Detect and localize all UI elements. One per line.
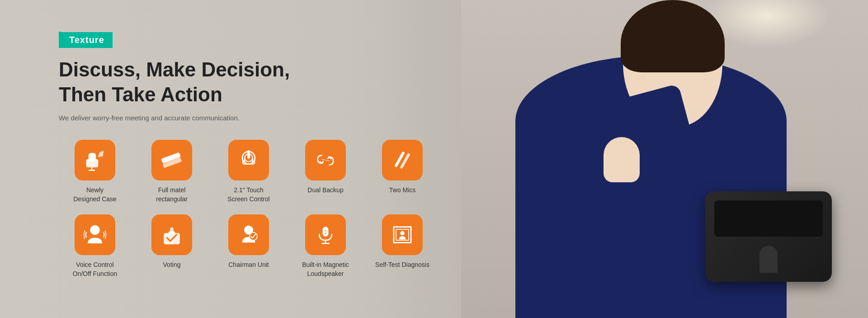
loudspeaker-label: Built-in MagneticLoudspeaker (302, 261, 349, 278)
full-matel-label: Full matelrectangular (156, 186, 188, 204)
newly-designed-case-icon-box (75, 140, 115, 180)
device-mic (760, 246, 778, 273)
touch-screen-icon-box (228, 140, 269, 180)
svg-point-14 (90, 225, 100, 235)
speaker-icon (314, 223, 337, 247)
svg-point-27 (401, 231, 405, 235)
two-mics-icon-box (382, 140, 423, 180)
title-line2: Then Take Action (59, 83, 222, 105)
main-title: Discuss, Make Decision, Then Take Action (59, 57, 466, 107)
self-test-icon-box (382, 214, 423, 255)
rectangle-icon (160, 148, 184, 172)
feature-voting: Voting (136, 214, 208, 278)
feature-touch-screen: 2.1" TouchScreen Control (212, 140, 285, 204)
svg-marker-4 (98, 151, 104, 157)
svg-point-24 (325, 233, 326, 234)
texture-badge: Texture (59, 32, 113, 48)
dual-backup-icon-box (305, 140, 346, 180)
newly-designed-case-label: NewlyDesigned Case (73, 186, 117, 204)
title-line1: Discuss, Make Decision, (59, 58, 290, 81)
voice-control-icon-box (75, 214, 115, 255)
device-screen (714, 200, 823, 237)
feature-newly-designed-case: NewlyDesigned Case (59, 140, 131, 204)
selftest-icon (391, 223, 414, 247)
feature-full-matel-rectangular: Full matelrectangular (136, 140, 208, 204)
feature-voice-control: Voice ControlOn/Off Function (59, 214, 131, 278)
loudspeaker-icon-box (305, 214, 346, 255)
svg-rect-1 (89, 153, 96, 161)
two-mics-label: Two Mics (389, 186, 415, 195)
case-icon (83, 148, 107, 172)
svg-point-23 (325, 230, 326, 232)
feature-chairman-unit: Chairman Unit (212, 214, 285, 278)
main-content: Texture Discuss, Make Decision, Then Tak… (59, 32, 466, 278)
voting-icon-box (151, 214, 192, 255)
feature-dual-backup: Dual Backup (289, 140, 362, 204)
svg-line-11 (321, 159, 329, 161)
feature-loudspeaker: Built-in MagneticLoudspeaker (289, 214, 362, 278)
svg-point-10 (247, 150, 250, 152)
chairman-icon (237, 223, 260, 247)
hand (604, 137, 640, 182)
svg-rect-17 (170, 228, 174, 233)
voice-icon (83, 223, 107, 247)
person-image-area (461, 0, 868, 318)
voting-label: Voting (163, 261, 181, 270)
voice-control-label: Voice ControlOn/Off Function (73, 261, 118, 278)
chairman-unit-icon-box (228, 214, 269, 255)
full-matel-icon-box (151, 140, 192, 180)
dual-backup-label: Dual Backup (307, 186, 343, 195)
feature-two-mics: Two Mics (366, 140, 439, 204)
backup-icon (314, 148, 337, 172)
features-grid: NewlyDesigned Case Full matelrectangular (59, 140, 466, 278)
texture-label: Texture (61, 32, 113, 48)
voting-icon (160, 223, 184, 247)
touch-icon (237, 148, 260, 172)
mics-icon (391, 148, 414, 172)
feature-self-test: Self-Test Diagnosis (366, 214, 439, 278)
chairman-unit-label: Chairman Unit (228, 261, 269, 270)
self-test-label: Self-Test Diagnosis (375, 261, 429, 270)
touch-screen-label: 2.1" TouchScreen Control (227, 186, 269, 204)
subtitle: We deliver worry-free meeting and accura… (59, 114, 466, 122)
device (705, 191, 832, 282)
